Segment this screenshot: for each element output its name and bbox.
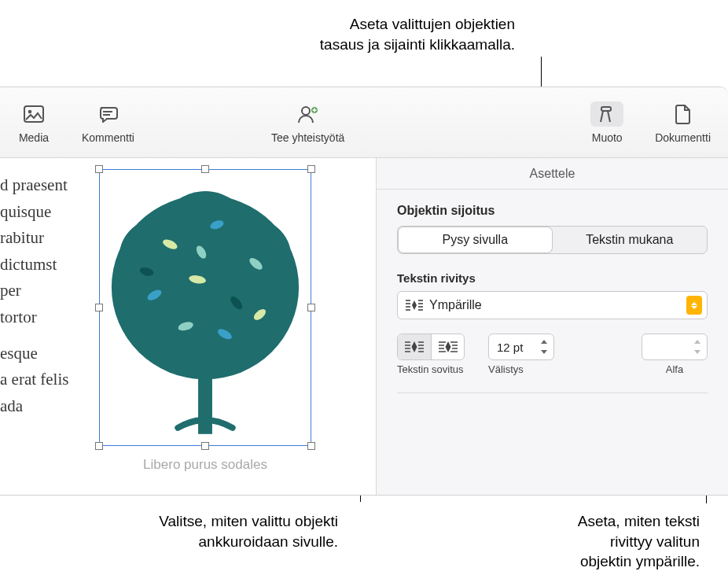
wrap-around-icon [404, 299, 425, 311]
resize-handle[interactable] [95, 442, 103, 450]
toolbar: Media Kommentti Tee yhteistyötä Muoto [0, 87, 728, 158]
tab-arrange[interactable]: Asettele [516, 160, 590, 187]
svg-rect-8 [601, 107, 611, 111]
comment-label: Kommentti [82, 131, 134, 144]
selected-image[interactable] [99, 169, 311, 446]
section-title-wrap: Tekstin rivitys [397, 271, 708, 285]
seg-stay-on-page[interactable]: Pysy sivulla [398, 227, 553, 253]
wrap-select[interactable]: Ympärille [397, 291, 708, 319]
seg-move-with-text[interactable]: Tekstin mukana [553, 227, 708, 253]
document-button[interactable]: Dokumentti [649, 97, 717, 149]
inspector-tabs: Asettele [377, 158, 728, 190]
spacing-label: Välistys [488, 363, 524, 375]
alpha-step-up[interactable] [691, 337, 704, 347]
format-label: Muoto [592, 131, 623, 144]
comment-icon [91, 101, 124, 127]
callout-bottom-right: Aseta, miten teksti rivittyy valitun obj… [480, 511, 700, 572]
comment-button[interactable]: Kommentti [75, 97, 141, 149]
resize-handle[interactable] [201, 442, 209, 450]
fit-rect-button[interactable] [398, 334, 431, 359]
document-label: Dokumentti [655, 131, 711, 144]
fit-rect-icon [405, 340, 424, 354]
alpha-step-down[interactable] [691, 347, 704, 357]
tree-illustration [100, 170, 311, 445]
format-inspector: Asettele Objektin sijoitus Pysy sivulla … [376, 158, 728, 495]
callout-bottom-left: Valitse, miten valittu objekti ankkuroid… [86, 511, 338, 551]
media-icon [17, 101, 50, 127]
collaborate-button[interactable]: Tee yhteistyötä [265, 97, 351, 149]
svg-rect-0 [24, 106, 43, 122]
app-window: Media Kommentti Tee yhteistyötä Muoto [0, 87, 728, 496]
media-button[interactable]: Media [11, 97, 57, 149]
fit-label: Tekstin sovitus [397, 363, 464, 375]
placement-segment: Pysy sivulla Tekstin mukana [397, 226, 708, 254]
svg-point-1 [28, 109, 32, 113]
fit-contour-button[interactable] [431, 334, 464, 359]
resize-handle[interactable] [307, 304, 315, 311]
fit-contour-icon [439, 340, 458, 354]
alpha-label: Alfa [666, 363, 683, 375]
callout-top: Aseta valittujen objektien tasaus ja sij… [185, 14, 515, 54]
spacing-step-up[interactable] [538, 337, 550, 347]
resize-handle[interactable] [307, 165, 315, 173]
document-canvas[interactable]: d praesent quisque rabitur dictumst per … [0, 158, 376, 495]
media-label: Media [19, 131, 49, 144]
collaborate-icon [292, 101, 325, 127]
document-icon [667, 101, 700, 127]
format-icon [590, 101, 623, 127]
divider [397, 393, 708, 393]
spacing-step-down[interactable] [538, 347, 550, 357]
spacing-value: 12 pt [497, 341, 533, 354]
resize-handle[interactable] [95, 165, 103, 173]
alpha-stepper[interactable] [642, 334, 708, 360]
format-button[interactable]: Muoto [584, 97, 630, 149]
wrap-select-value: Ympärille [425, 298, 686, 312]
resize-handle[interactable] [307, 442, 315, 450]
svg-point-4 [302, 107, 310, 115]
text-fit-segment [397, 334, 465, 360]
resize-handle[interactable] [201, 165, 209, 173]
resize-handle[interactable] [95, 304, 103, 311]
spacing-stepper[interactable]: 12 pt [488, 334, 554, 360]
image-caption[interactable]: Libero purus sodales [99, 454, 311, 475]
dropdown-arrows-icon [686, 296, 702, 315]
collaborate-label: Tee yhteistyötä [271, 131, 344, 144]
section-title-placement: Objektin sijoitus [397, 204, 708, 218]
